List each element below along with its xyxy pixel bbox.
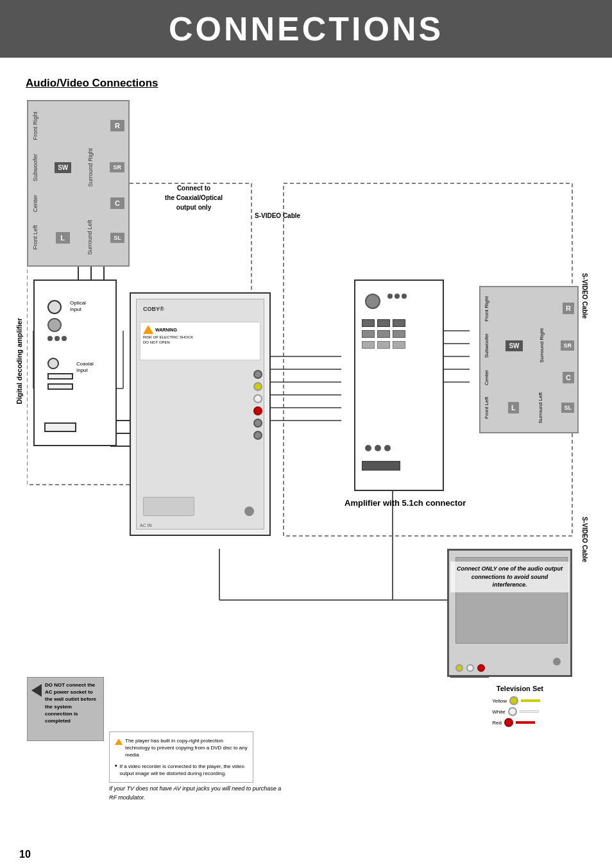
digital-amp-label: Digital decoding amplifier [15,318,23,404]
tv-conn-white [466,664,474,672]
amp51-block2 [377,319,390,327]
warning-arrow-icon [31,684,42,697]
dvd-warning-triangle [143,325,153,334]
content-area: Audio/Video Connections [0,58,612,818]
dvd-conn-3 [253,431,262,440]
dot1 [47,336,53,341]
note-box: The player has built in copy-right prote… [109,731,253,783]
speaker-right-row-l: Front Left L Surround Left SL [484,392,574,423]
note-item-2: • If a video recorder is connected to th… [115,763,248,777]
dvd-player-box: COBY® WARNING RISK OF ELECTRIC SHOCKDO N… [130,292,271,536]
amp51-connector-blocks [362,319,405,349]
speaker-box-left: Front Right R Subwoofer SW Surround Righ… [27,100,130,267]
speaker-right-label-sw: Subwoofer [484,333,489,358]
speaker-right-row-sw: Subwoofer SW Surround Right SR [484,328,574,363]
speaker-right-row-r: Front Right R [484,296,574,322]
amp51-dot2 [395,294,400,299]
amp51-dots-top [387,294,407,299]
speaker-block-r: R [110,120,124,131]
speaker-right-label-l: Front Left [484,397,489,419]
page-number: 10 [19,849,31,860]
rca-white-row: White [492,707,540,716]
warning-box: DO NOT connect the AC power socket to th… [27,677,104,741]
page-header: CONNECTIONS [0,0,612,58]
note-text-1: The player has built in copy-right prote… [125,737,248,759]
warning-text: DO NOT connect the AC power socket to th… [45,681,99,724]
amp51-label-text: Amplifier with 5.1ch connector [344,498,466,508]
speaker-row-r: Front Right R [32,112,124,140]
amp51-dot1 [387,294,393,299]
dvd-conn-2 [253,419,262,428]
diagram-area: Front Right R Subwoofer SW Surround Righ… [27,100,585,805]
amp51-block1 [362,319,375,327]
speaker-label-subwoofer: Subwoofer [32,154,38,181]
speaker-label-surround-right: Surround Right [87,148,94,187]
amp51-block9 [393,341,405,349]
section-title: Audio/Video Connections [26,77,586,90]
speaker-label-front-right: Front Right [32,112,38,140]
amp51-block5 [377,330,390,338]
dvd-disc-tray [143,497,194,516]
rca-area: Yellow White Red [492,696,540,727]
note-text-2: If a video recorder is connected to the … [120,763,248,777]
tv-label: Television Set [497,685,543,692]
speaker-label-front-left: Front Left [32,225,38,250]
coaxial-circle-1 [47,358,59,369]
coaxial-connectors [47,358,73,390]
rca-white-plug [508,707,517,716]
coaxial-rect-2 [47,383,73,390]
amp51-bottom-row [365,445,391,451]
rca-yellow-row: Yellow [492,696,540,705]
svideo-cable-top-label: S-VIDEO Cable [255,212,300,219]
speaker-block-sr: SR [110,162,124,172]
amp-bottom-connector [44,422,76,432]
coaxial-rect-1 [47,373,73,380]
dvd-conn-1 [253,370,262,379]
speaker-right-label-sl: Surround Left [538,392,543,423]
amp51-bottom-rect [362,461,400,471]
dvd-right-connectors [253,370,264,440]
amp51-big-circle [365,294,380,309]
coaxial-note-line1: Connect to [177,185,210,192]
rca-yellow-cable [521,699,540,702]
speaker-row-l: Front Left L Surround Left SL [32,220,124,255]
amp51-bottom-dots [365,445,391,451]
amp51-block6 [393,330,405,338]
amp51-box [354,280,444,491]
note-item-1: The player has built in copy-right prote… [115,737,248,759]
dvd-warning-sticker: WARNING RISK OF ELECTRIC SHOCKDO NOT OPE… [140,322,260,360]
rca-red-plug [504,718,513,727]
note-triangle-1 [115,739,123,745]
rca-yellow-plug [509,696,518,705]
amp51-block4 [362,330,375,338]
tv-conn-red [477,664,485,672]
dvd-inner-box: COBY® WARNING RISK OF ELECTRIC SHOCKDO N… [136,299,264,530]
rca-red-row: Red [492,718,540,727]
tv-conn-yellow [455,664,463,672]
svideo-cable-bottom-label: S-VIDEO Cable [581,517,588,562]
amp51-bdot3 [384,445,391,451]
connect-only-note: Connect ONLY one of the audio output con… [450,562,569,592]
italic-note: If your TV does not have AV input jacks … [109,785,282,802]
speaker-right-block-sl: SL [561,403,574,413]
speaker-block-sw: SW [55,162,71,173]
rca-white-cable [520,710,539,713]
amp51-block8 [377,341,390,349]
optical-connectors [47,300,67,341]
amp51-row3 [362,341,405,349]
coaxial-note-line2: the Coaxial/Optical output only [165,194,223,211]
speaker-right-label-c: Center [484,370,489,385]
rca-red-label: Red [492,720,502,726]
dvd-conn-white [253,394,262,403]
dot2 [55,336,60,341]
tv-bottom-connectors [455,664,485,672]
amp51-row1 [362,319,405,327]
speaker-label-surround-left: Surround Left [87,220,93,255]
dvd-ac-area: AC IN [140,523,152,528]
speaker-right-label-sr: Surround Right [539,328,545,363]
note-bullet-2: • [115,762,117,769]
speaker-right-block-sr: SR [561,340,574,351]
dvd-sticker-text: RISK OF ELECTRIC SHOCKDO NOT OPEN [143,335,257,346]
dvd-brand-label: COBY® [143,306,164,312]
speaker-right-row-c: Center C [484,370,574,385]
